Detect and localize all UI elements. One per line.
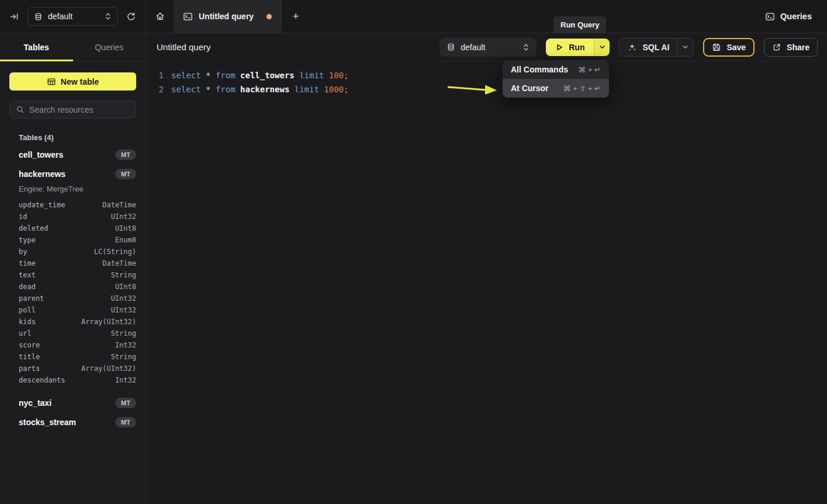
column-name: parent [19,294,44,303]
top-bar-left: default [0,0,146,33]
code-line: 1select * from cell_towers limit 100; [146,68,827,82]
tables-section-label: Tables (4) [19,133,146,142]
collapse-sidebar-icon[interactable] [9,12,19,22]
column-type: UInt32 [111,213,136,221]
home-button[interactable] [146,0,174,33]
column-row[interactable]: update_timeDateTime [0,199,146,211]
new-table-button[interactable]: New table [9,72,136,91]
search-input[interactable] [29,105,135,114]
column-name: poll [19,306,36,314]
sidebar-tabs: Tables Queries [0,33,146,61]
column-row[interactable]: partsArray(UInt32) [0,363,146,374]
run-button-label: Run [569,43,584,52]
search-icon [16,105,25,114]
table-grid-icon [47,77,56,86]
menu-item-shortcut: ⌘ + ⇧ + ↵ [563,84,601,93]
column-type: LC(String) [94,248,136,256]
top-bar: default [0,0,827,33]
code-token: 1000 [324,85,344,94]
engine-badge: MT [115,398,136,408]
column-type: String [111,271,136,279]
table-item-nyc_taxi[interactable]: nyc_taxiMT [0,393,146,412]
chevron-up-down-icon [523,43,530,51]
queries-button-label: Queries [780,12,812,21]
code-token: from [216,85,240,94]
column-type: Array(UInt32) [81,364,136,373]
column-name: by [19,248,27,256]
engine-badge: MT [115,169,136,179]
column-row[interactable]: pollUInt32 [0,304,146,316]
sidebar-tab-tables[interactable]: Tables [0,33,73,61]
sql-ai-options-toggle[interactable] [677,39,693,56]
table-name: nyc_taxi [19,398,51,408]
column-type: String [111,329,136,338]
code-token: * [206,71,216,80]
menu-item-all-commands[interactable]: All Commands⌘ + ↵ [503,60,609,79]
column-type: Int32 [115,376,136,384]
code-token: limit [299,71,329,80]
share-button-label: Share [787,43,809,52]
column-row[interactable]: titleString [0,351,146,363]
code-token: select [171,71,206,80]
column-row[interactable]: deletedUInt8 [0,223,146,234]
tab-strip: Untitled query + [146,0,310,33]
new-tab-button[interactable]: + [282,0,310,33]
save-button[interactable]: Save [703,38,755,57]
column-row[interactable]: parentUInt32 [0,293,146,304]
column-list: update_timeDateTimeidUInt32deletedUInt8t… [0,197,146,393]
refresh-icon[interactable] [126,12,136,22]
queries-button[interactable]: Queries [765,0,827,33]
column-row[interactable]: typeEnum8 [0,234,146,246]
code-token: * [206,85,216,94]
column-name: update_time [19,201,65,209]
column-name: descendants [19,376,65,384]
menu-item-at-cursor[interactable]: At Cursor⌘ + ⇧ + ↵ [503,79,609,98]
code-content: select * from cell_towers limit 100; [171,68,349,82]
sql-ai-button[interactable]: SQL AI [620,39,677,56]
save-icon [712,43,721,52]
database-selector[interactable]: default [27,7,118,26]
column-type: DateTime [102,201,136,209]
unsaved-indicator-dot [267,14,272,19]
run-options-menu: All Commands⌘ + ↵At Cursor⌘ + ⇧ + ↵ [503,60,609,98]
line-number: 1 [146,68,164,82]
column-row[interactable]: kidsArray(UInt32) [0,316,146,328]
column-type: DateTime [102,259,136,267]
column-name: id [19,213,27,221]
column-row[interactable]: timeDateTime [0,258,146,269]
new-table-label: New table [61,77,99,86]
query-toolbar: Untitled query default [146,33,827,61]
query-title: Untitled query [157,42,211,52]
save-button-label: Save [726,43,746,52]
table-item-stocks_stream[interactable]: stocks_streamMT [0,412,146,432]
code-token: ; [344,71,348,80]
share-button[interactable]: Share [764,38,818,57]
code-line: 2select * from hackernews limit 1000; [146,82,827,96]
sidebar-tab-queries[interactable]: Queries [73,33,146,61]
table-name: stocks_stream [19,418,76,427]
menu-item-label: All Commands [511,65,568,74]
menu-item-label: At Cursor [511,84,549,93]
menu-item-shortcut: ⌘ + ↵ [578,65,601,74]
code-editor[interactable]: 1select * from cell_towers limit 100;2se… [146,61,827,96]
column-name: type [19,236,36,244]
column-row[interactable]: urlString [0,328,146,339]
table-item-hackernews[interactable]: hackernewsMT [0,164,146,183]
column-row[interactable]: idUInt32 [0,211,146,223]
column-type: UInt8 [115,283,136,291]
code-token: cell_towers [240,71,299,80]
run-button[interactable]: Run [546,39,594,56]
table-item-cell_towers[interactable]: cell_towersMT [0,145,146,164]
engine-badge: MT [115,150,136,160]
column-row[interactable]: textString [0,269,146,281]
run-options-toggle[interactable] [594,39,610,56]
column-row[interactable]: byLC(String) [0,246,146,258]
tab-untitled-query[interactable]: Untitled query [174,0,282,33]
column-row[interactable]: descendantsInt32 [0,374,146,386]
column-row[interactable]: scoreInt32 [0,339,146,351]
code-token: select [171,85,206,94]
column-row[interactable]: deadUInt8 [0,281,146,293]
search-box [9,100,136,119]
column-name: url [19,329,32,338]
toolbar-database-selector[interactable]: default [440,38,537,57]
